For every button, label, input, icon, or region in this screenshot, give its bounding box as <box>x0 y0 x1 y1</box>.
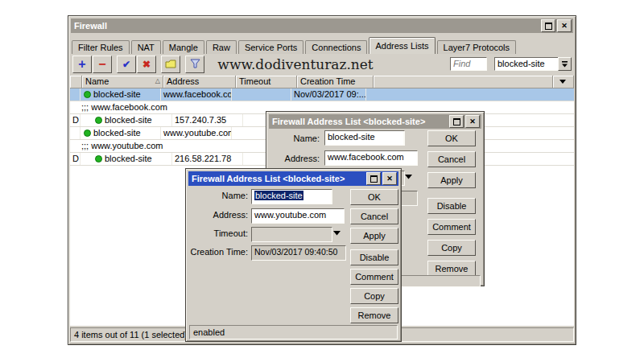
column-header-timeout[interactable]: Timeout <box>236 76 297 88</box>
enable-icon: ✔ <box>122 59 130 70</box>
row-flag: D <box>70 114 80 126</box>
creation-time-label: Creation Time: <box>189 247 248 257</box>
creation-time-box: Nov/03/2017 09:40:50 <box>251 245 346 261</box>
firewall-titlebar[interactable]: Firewall ✕ <box>71 19 573 33</box>
tab-filter-rules[interactable]: Filter Rules <box>72 40 130 54</box>
close-icon: ✕ <box>561 23 568 30</box>
row-filler <box>366 88 574 101</box>
maximize-icon <box>453 118 460 125</box>
comment-button[interactable]: Comment <box>350 269 398 285</box>
name-drop-down-button[interactable] <box>403 130 405 146</box>
watermark-text: www.dodiventuraz.net <box>199 56 392 72</box>
disable-button[interactable]: Disable <box>350 249 398 265</box>
column-header-address[interactable]: Address <box>163 76 236 88</box>
name-input[interactable]: blocked-site <box>251 189 332 204</box>
address-list-item-icon <box>84 91 91 98</box>
remove-button[interactable]: − <box>93 56 112 73</box>
tab-mangle[interactable]: Mangle <box>163 40 204 54</box>
disable-button[interactable]: Disable <box>427 198 476 214</box>
titlebar-controls: ✕ <box>539 19 572 32</box>
column-header-flags[interactable] <box>70 76 82 88</box>
remove-icon: − <box>98 60 105 69</box>
maximize-button[interactable] <box>366 172 381 185</box>
close-button[interactable]: ✕ <box>465 115 480 128</box>
timeout-input[interactable] <box>251 227 332 242</box>
disable-icon: ✖ <box>142 59 151 70</box>
row-name: blocked-site <box>80 127 161 139</box>
row-timeout <box>232 88 291 101</box>
row-name: blocked-site <box>80 153 172 165</box>
row-flag <box>70 127 80 139</box>
items-count-status: 4 items out of 11 (1 selected) <box>70 327 186 342</box>
timeout-drop-down-icon[interactable] <box>333 231 341 236</box>
tab-address-lists[interactable]: Address Lists <box>369 37 435 54</box>
name-value-selected: blocked-site <box>254 191 303 200</box>
column-selector-button[interactable] <box>553 76 574 88</box>
tab-layer7-protocols[interactable]: Layer7 Protocols <box>437 40 517 54</box>
copy-button[interactable]: Copy <box>427 240 476 256</box>
address-list-item-icon <box>95 155 102 162</box>
address-input[interactable]: www.youtube.com <box>251 208 345 224</box>
close-button[interactable]: ✕ <box>382 172 397 185</box>
tab-service-ports[interactable]: Service Ports <box>238 40 303 54</box>
cancel-button[interactable]: Cancel <box>350 208 398 224</box>
copy-button[interactable]: Copy <box>350 288 398 304</box>
address-list-filter-value: blocked-site <box>497 59 545 68</box>
timeout-drop-down-icon[interactable] <box>405 175 413 179</box>
ok-button[interactable]: OK <box>350 189 398 205</box>
row-address: 157.240.7.35 <box>172 114 243 126</box>
comment-icon <box>165 60 176 70</box>
dialog-front-title: Firewall Address List <blocked-site> <box>190 174 365 183</box>
drop-down-button[interactable] <box>558 57 572 71</box>
enable-button[interactable]: ✔ <box>117 56 136 73</box>
add-button[interactable]: + <box>72 56 92 73</box>
dialog-back-titlebar[interactable]: Firewall Address List <blocked-site> ✕ <box>269 114 481 129</box>
apply-button[interactable]: Apply <box>427 172 476 188</box>
cancel-button[interactable]: Cancel <box>427 151 476 167</box>
name-value: blocked-site <box>328 132 375 142</box>
address-list-item-icon <box>95 117 102 124</box>
comment-button[interactable]: Comment <box>427 219 476 235</box>
dialog-front-titlebar[interactable]: Firewall Address List <blocked-site> ✕ <box>188 171 398 186</box>
name-label: Name: <box>189 191 248 200</box>
toolbar: +−✔✖ www.dodiventuraz.net Find blocked-s… <box>70 54 574 76</box>
apply-button[interactable]: Apply <box>350 228 398 244</box>
maximize-button[interactable] <box>541 19 555 32</box>
address-list-filter-combo[interactable]: blocked-site <box>494 57 572 71</box>
table-header: Name△AddressTimeoutCreation Time <box>70 76 574 88</box>
find-input[interactable]: Find <box>450 57 487 71</box>
column-selector-icon <box>559 80 567 84</box>
column-header-creation-time[interactable]: Creation Time <box>297 76 374 88</box>
row-address: 216.58.221.78 <box>172 153 243 165</box>
drop-down-icon <box>562 61 568 68</box>
ok-button[interactable]: OK <box>427 130 476 146</box>
remove-button[interactable]: Remove <box>427 261 476 277</box>
disable-button[interactable]: ✖ <box>137 56 156 73</box>
maximize-icon <box>370 175 378 183</box>
address-label: Address: <box>270 154 320 163</box>
column-header-filler <box>374 76 553 88</box>
address-label: Address: <box>189 210 248 220</box>
window-title: Firewall <box>72 21 539 31</box>
tab-strip: Filter RulesNATMangleRawService PortsCon… <box>72 37 518 54</box>
timeout-label: Timeout: <box>189 228 248 238</box>
tab-connections[interactable]: Connections <box>305 40 367 54</box>
tab-nat[interactable]: NAT <box>131 40 161 54</box>
address-list-row[interactable]: blocked-sitewww.facebook.comNov/03/2017 … <box>70 88 574 101</box>
column-header-name[interactable]: Name△ <box>82 76 163 88</box>
row-flag <box>70 88 80 101</box>
dialog-front-status-bar: enabled <box>189 325 398 339</box>
row-flag: D <box>70 153 80 165</box>
add-icon: + <box>78 59 85 70</box>
name-drop-down-button[interactable] <box>331 189 332 204</box>
dialog-back-title: Firewall Address List <blocked-site> <box>270 117 448 126</box>
close-button[interactable]: ✕ <box>557 19 572 32</box>
remove-button[interactable]: Remove <box>350 307 398 323</box>
name-input[interactable]: blocked-site <box>324 130 405 146</box>
address-list-dialog-youtube: Firewall Address List <blocked-site> ✕ N… <box>185 168 402 342</box>
comment-button[interactable] <box>161 56 180 73</box>
address-input[interactable]: www.facebook.com <box>324 150 418 166</box>
row-creation-time: Nov/03/2017 09:... <box>291 88 366 101</box>
maximize-button[interactable] <box>449 115 464 128</box>
tab-raw[interactable]: Raw <box>206 40 237 54</box>
